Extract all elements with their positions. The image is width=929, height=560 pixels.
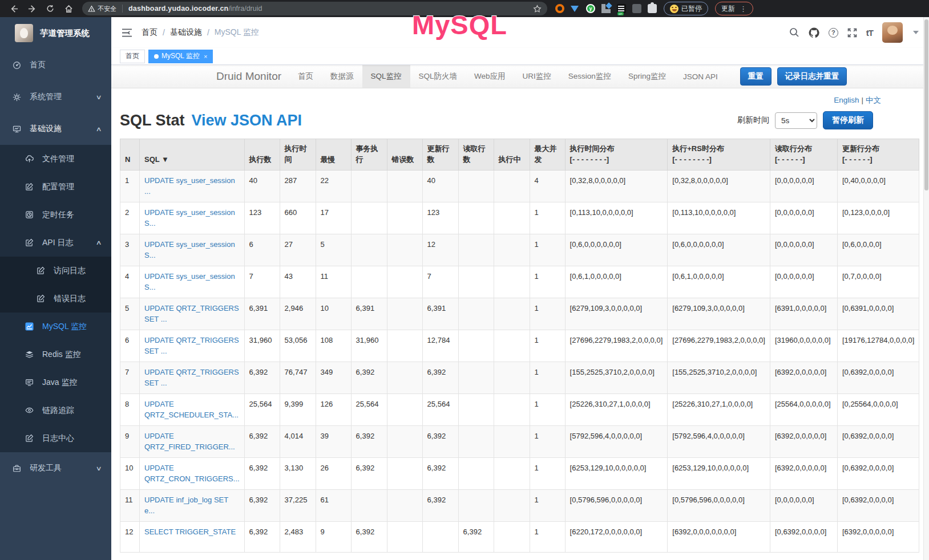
sql-link[interactable]: UPDATE QRTZ_SCHEDULER_STA...: [144, 400, 239, 420]
druid-nav-sql防火墙[interactable]: SQL防火墙: [410, 65, 466, 88]
tab-首页[interactable]: 首页: [120, 50, 145, 63]
druid-nav-web应用[interactable]: Web应用: [466, 65, 514, 88]
lang-english-link[interactable]: English: [834, 96, 859, 104]
pause-refresh-button[interactable]: 暂停刷新: [823, 111, 873, 129]
tab-close-icon[interactable]: ×: [204, 53, 207, 60]
druid-nav-spring监控[interactable]: Spring监控: [620, 65, 674, 88]
profile-paused-chip[interactable]: 已暂停: [664, 2, 708, 15]
back-icon[interactable]: [6, 1, 21, 16]
chrome-update-button[interactable]: 更新 ⋮: [715, 2, 753, 15]
cell: 40: [422, 170, 458, 202]
druid-nav-sql监控[interactable]: SQL监控: [362, 65, 410, 88]
security-warning[interactable]: 不安全: [88, 5, 116, 13]
log-icon: [37, 294, 46, 303]
sidebar-item-链路追踪[interactable]: 链路追踪: [0, 396, 111, 424]
cell: 31,960: [351, 330, 387, 362]
tab-mysql-监控[interactable]: MySQL 监控×: [148, 50, 213, 63]
sidebar-item-基础设施[interactable]: 基础设施∧: [0, 113, 111, 145]
sidebar-item-访问日志[interactable]: 访问日志: [0, 257, 111, 285]
extension-gem-icon[interactable]: [571, 4, 580, 13]
sidebar-item-定时任务[interactable]: 定时任务: [0, 201, 111, 229]
lang-chinese-link[interactable]: 中文: [866, 96, 881, 104]
help-icon[interactable]: ?: [829, 28, 838, 38]
bookmark-star-icon[interactable]: [533, 5, 542, 13]
log-and-reset-button[interactable]: 记录日志并重置: [777, 67, 847, 86]
user-avatar[interactable]: [882, 22, 903, 43]
extension-list-icon[interactable]: on: [617, 4, 626, 13]
sidebar-item-文件管理[interactable]: 文件管理: [0, 145, 111, 173]
cell: [5792,596,4,0,0,0,0,0]: [565, 425, 668, 457]
druid-nav-json-api[interactable]: JSON API: [674, 65, 726, 88]
sql-link[interactable]: UPDATE sys_user_session S...: [144, 272, 235, 292]
column-header-1[interactable]: SQL ▼: [140, 139, 245, 171]
sidebar-item-研发工具[interactable]: 研发工具∨: [0, 452, 111, 484]
druid-brand[interactable]: Druid Monitor: [208, 65, 289, 88]
breadcrumb-infra[interactable]: 基础设施: [170, 27, 202, 38]
scrollbar-thumb[interactable]: [924, 19, 928, 190]
extension-y-icon[interactable]: y: [586, 4, 595, 13]
cell: 5: [316, 234, 351, 266]
cell: 6,392: [351, 362, 387, 393]
home-icon[interactable]: [61, 1, 76, 16]
view-json-api-link[interactable]: View JSON API: [192, 112, 302, 129]
user-menu-caret-icon[interactable]: [913, 31, 919, 34]
fullscreen-icon[interactable]: [847, 28, 857, 38]
sql-link[interactable]: SELECT TRIGGER_STATE: [144, 527, 236, 536]
toolbox-icon: [13, 464, 22, 473]
refresh-interval-select[interactable]: 5s: [775, 112, 817, 129]
cell: [458, 393, 494, 425]
sql-link[interactable]: UPDATE QRTZ_TRIGGERS SET ...: [144, 304, 239, 324]
sidebar-item-日志中心[interactable]: 日志中心: [0, 424, 111, 452]
chrome-menu-icon[interactable]: ⋮: [740, 5, 747, 13]
refresh-interval-label: 刷新时间: [737, 115, 769, 125]
sql-link[interactable]: UPDATE QRTZ_CRON_TRIGGERS...: [144, 464, 240, 484]
cell: [0,6392,0,0,0,0]: [837, 425, 919, 457]
column-header-3: 执行时间: [280, 139, 316, 171]
extensions-puzzle-icon[interactable]: [648, 4, 657, 13]
search-icon[interactable]: [789, 27, 799, 38]
cell: 108: [316, 330, 351, 362]
cell: 6,392: [244, 457, 280, 489]
app-logo-row[interactable]: 芋道管理系统: [0, 17, 111, 49]
sql-link[interactable]: UPDATE inf_job_log SET e...: [144, 496, 228, 516]
table-row: 1UPDATE sys_user_session ...4028722404[0…: [120, 170, 919, 202]
sql-link[interactable]: UPDATE sys_user_session S...: [144, 240, 235, 260]
extension-misc-icon[interactable]: [632, 4, 641, 13]
sidebar-item-api-日志[interactable]: API 日志∧: [0, 229, 111, 257]
cell: 3: [120, 234, 140, 266]
cell: 1: [530, 298, 565, 330]
extension-donut-icon[interactable]: [555, 4, 564, 13]
cell: [494, 521, 530, 552]
sidebar-item-系统管理[interactable]: 系统管理∨: [0, 81, 111, 113]
breadcrumb-home[interactable]: 首页: [142, 27, 157, 38]
monitor-icon: [13, 125, 22, 133]
druid-nav-首页[interactable]: 首页: [289, 65, 322, 88]
sidebar-toggle-icon[interactable]: [122, 28, 132, 38]
sidebar-item-java-监控[interactable]: Java 监控: [0, 368, 111, 396]
sidebar-item-错误日志[interactable]: 错误日志: [0, 285, 111, 313]
extension-blocks-icon[interactable]: [601, 4, 611, 13]
reload-icon[interactable]: [43, 1, 58, 16]
sidebar-item-配置管理[interactable]: 配置管理: [0, 173, 111, 201]
forward-icon[interactable]: [25, 1, 39, 16]
sql-link[interactable]: UPDATE QRTZ_FIRED_TRIGGER...: [144, 432, 235, 452]
sql-link[interactable]: UPDATE sys_user_session S...: [144, 208, 235, 228]
druid-nav-数据源[interactable]: 数据源: [322, 65, 362, 88]
sidebar-item-redis-监控[interactable]: Redis 监控: [0, 340, 111, 368]
druid-nav-uri监控[interactable]: URI监控: [514, 65, 560, 88]
page-scrollbar[interactable]: [923, 17, 929, 560]
github-icon[interactable]: [809, 27, 819, 38]
reset-button[interactable]: 重置: [740, 67, 772, 86]
druid-nav-session监控[interactable]: Session监控: [560, 65, 620, 88]
sql-link[interactable]: UPDATE QRTZ_TRIGGERS SET ...: [144, 368, 239, 388]
sidebar-item-mysql-监控[interactable]: MySQL 监控: [0, 313, 111, 340]
font-size-icon[interactable]: tT: [866, 28, 873, 38]
sql-link[interactable]: UPDATE sys_user_session ...: [144, 176, 235, 196]
cell: 2: [120, 202, 140, 234]
sidebar-item-首页[interactable]: 首页: [0, 49, 111, 81]
url-host: dashboard.yudao.iocoder.cn: [128, 5, 228, 13]
cell: [351, 170, 387, 202]
cell: [0,6,1,0,0,0,0,0]: [668, 266, 770, 298]
cell: [0,6391,0,0,0,0]: [837, 298, 919, 330]
sql-link[interactable]: UPDATE QRTZ_TRIGGERS SET ...: [144, 336, 239, 356]
